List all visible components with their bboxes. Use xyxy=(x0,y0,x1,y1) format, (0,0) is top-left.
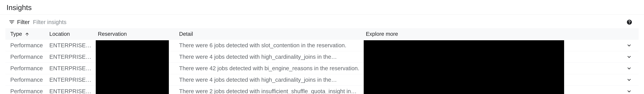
cell-expand xyxy=(620,40,638,51)
chevron-down-icon[interactable] xyxy=(626,88,632,94)
chevron-down-icon[interactable] xyxy=(626,54,632,60)
help-icon[interactable] xyxy=(626,19,633,25)
cell-detail: There were 4 jobs detected with high_car… xyxy=(176,74,362,86)
cell-type: Performance xyxy=(6,51,46,63)
cell-detail: There were 4 jobs detected with high_car… xyxy=(176,51,362,63)
cell-detail: There were 42 jobs detected with bi_engi… xyxy=(176,63,362,74)
redacted-explore-overlay xyxy=(364,40,564,94)
cell-type: Performance xyxy=(6,86,46,94)
cell-detail: There were 2 jobs detected with insuffic… xyxy=(176,86,362,94)
divider xyxy=(0,14,644,14)
cell-type: Performance xyxy=(6,63,46,74)
cell-expand xyxy=(620,63,638,74)
filter-input[interactable] xyxy=(33,19,624,25)
chevron-down-icon[interactable] xyxy=(626,65,632,72)
cell-location: ENTERPRISE… xyxy=(46,74,94,86)
cell-location: ENTERPRISE… xyxy=(46,63,94,74)
table-header-row: Type Location Reservation Detail Explore… xyxy=(6,28,638,40)
cell-detail: There were 6 jobs detected with slot_con… xyxy=(176,40,362,51)
header-reservation[interactable]: Reservation xyxy=(95,28,176,40)
header-type[interactable]: Type xyxy=(6,28,46,40)
filter-label: Filter xyxy=(17,19,30,25)
header-detail[interactable]: Detail xyxy=(176,28,362,40)
cell-type: Performance xyxy=(6,74,46,86)
cell-type: Performance xyxy=(6,40,46,51)
page-title: Insights xyxy=(0,0,644,14)
cell-expand xyxy=(620,86,638,94)
cell-expand xyxy=(620,51,638,63)
header-expand xyxy=(620,28,638,40)
cell-location: ENTERPRISE… xyxy=(46,51,94,63)
redacted-reservation-overlay xyxy=(96,40,169,94)
header-type-label: Type xyxy=(10,31,22,37)
cell-location: ENTERPRISE… xyxy=(46,40,94,51)
header-location[interactable]: Location xyxy=(46,28,94,40)
chevron-down-icon[interactable] xyxy=(626,77,632,83)
cell-location: ENTERPRISE… xyxy=(46,86,94,94)
sort-ascending-icon[interactable] xyxy=(25,32,30,37)
filter-icon[interactable] xyxy=(8,18,16,26)
filter-bar: Filter xyxy=(0,16,644,28)
cell-expand xyxy=(620,74,638,86)
chevron-down-icon[interactable] xyxy=(626,42,632,49)
header-explore[interactable]: Explore more xyxy=(362,28,620,40)
